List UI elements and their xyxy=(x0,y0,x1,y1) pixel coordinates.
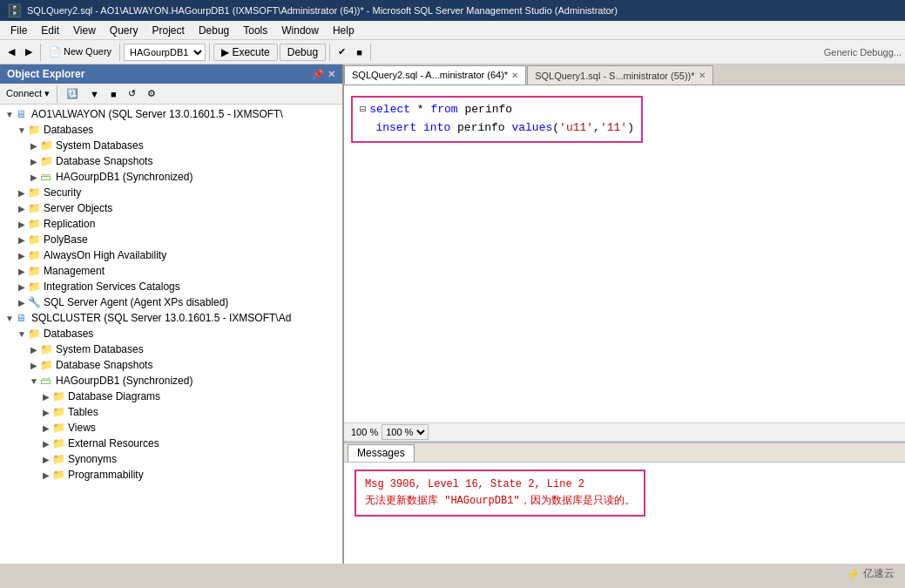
tree-item-databases2[interactable]: ▼ 📁 Databases xyxy=(0,326,342,341)
new-query-btn[interactable]: 📄 New Query xyxy=(44,44,116,60)
folder-icon: 📁 xyxy=(28,265,42,277)
expand-rep1[interactable]: ▶ xyxy=(16,220,28,229)
tree-item-views2[interactable]: ▶ 📁 Views xyxy=(0,420,342,436)
expand-sqlcluster[interactable]: ▼ xyxy=(3,314,16,323)
tab-sqlquery1-close[interactable]: ✕ xyxy=(699,71,706,80)
tree-item-sqlcluster[interactable]: ▼ 🖥 SQLCLUSTER (SQL Server 13.0.1601.5 -… xyxy=(0,310,342,326)
menu-item-project[interactable]: Project xyxy=(145,23,192,38)
tree-item-dbdiagrams[interactable]: ▶ 📁 Database Diagrams xyxy=(0,389,342,404)
expand-hag1[interactable]: ▶ xyxy=(28,172,40,182)
results-content: Msg 3906, Level 16, State 2, Line 2 无法更新… xyxy=(344,463,905,564)
expand-snap2[interactable]: ▶ xyxy=(28,361,40,370)
debug-btn[interactable]: Debug xyxy=(280,44,326,61)
tab-sqlquery1[interactable]: SQLQuery1.sql - S...ministrator (55))* ✕ xyxy=(527,65,713,84)
folder-icon: 📁 xyxy=(52,453,66,465)
snap2-label: Database Snapshots xyxy=(56,359,152,371)
menu-item-file[interactable]: File xyxy=(3,23,34,38)
tree-item-databases1[interactable]: ▼ 📁 Databases xyxy=(0,122,342,138)
refresh-btn[interactable]: 🔃 xyxy=(62,85,83,102)
expand-serverobj1[interactable]: ▶ xyxy=(16,204,28,213)
back-btn[interactable]: ◀ xyxy=(3,44,19,60)
expand-sec1[interactable]: ▶ xyxy=(16,188,28,198)
connect-btn[interactable]: Connect ▾ xyxy=(3,87,52,100)
tree-item-hagourpdb1[interactable]: ▶ 🗃 HAGourpDB1 (Synchronized) xyxy=(0,169,342,185)
tree-item-sqlagent1[interactable]: ▶ 🔧 SQL Server Agent (Agent XPs disabled… xyxy=(0,294,342,310)
tree-item-programmability[interactable]: ▶ 📁 Programmability xyxy=(0,467,342,483)
tree-item-sysdb1[interactable]: ▶ 📁 System Databases xyxy=(0,138,342,153)
tree-item-tables2[interactable]: ▶ 📁 Tables xyxy=(0,404,342,420)
folder-icon: 📁 xyxy=(40,155,54,167)
expand-prog[interactable]: ▶ xyxy=(40,470,52,480)
menu-item-query[interactable]: Query xyxy=(103,23,145,38)
folder-icon: 📁 xyxy=(28,186,42,199)
tree-item-polybase1[interactable]: ▶ 📁 PolyBase xyxy=(0,232,342,247)
props-btn[interactable]: ⚙ xyxy=(143,85,160,102)
error-line2: 无法更新数据库 "HAGourpDB1"，因为数据库是只读的。 xyxy=(365,493,635,510)
expand-ao1node[interactable]: ▶ xyxy=(16,251,28,260)
folder-icon: 📁 xyxy=(28,249,42,261)
sync-btn[interactable]: ↺ xyxy=(124,85,140,102)
tree-item-synonyms2[interactable]: ▶ 📁 Synonyms xyxy=(0,451,342,467)
expand-ao1[interactable]: ▼ xyxy=(3,110,16,119)
menu-item-window[interactable]: Window xyxy=(274,23,326,38)
expand-sqlagent1[interactable]: ▶ xyxy=(16,298,28,308)
tree-item-security1[interactable]: ▶ 📁 Security xyxy=(0,185,342,200)
expand-sysdb1[interactable]: ▶ xyxy=(28,141,40,151)
menu-item-view[interactable]: View xyxy=(66,23,103,38)
verify-btn[interactable]: ✔ xyxy=(334,44,350,60)
expand-sysdb2[interactable]: ▶ xyxy=(28,345,40,355)
intsvcs1-label: Integration Services Catalogs xyxy=(44,280,180,293)
tree-item-alwayson1[interactable]: ▶ 📁 AlwaysOn High Availability xyxy=(0,247,342,263)
tree-item-snap1[interactable]: ▶ 📁 Database Snapshots xyxy=(0,153,342,169)
expand-snap1[interactable]: ▶ xyxy=(28,157,40,166)
expand-poly1[interactable]: ▶ xyxy=(16,235,28,245)
close-panel-icon[interactable]: ✕ xyxy=(328,69,335,80)
toolbar-main: ◀ ▶ 📄 New Query HAGourpDB1 ▶ Execute Deb… xyxy=(0,40,905,64)
database-selector[interactable]: HAGourpDB1 xyxy=(124,44,206,61)
tree-item-intsvcs1[interactable]: ▶ 📁 Integration Services Catalogs xyxy=(0,279,342,294)
tab-sqlquery2-close[interactable]: ✕ xyxy=(511,71,518,80)
folder-icon: 📁 xyxy=(28,280,42,293)
expand-intsvcs1[interactable]: ▶ xyxy=(16,282,28,292)
expand-synonyms2[interactable]: ▶ xyxy=(40,455,52,464)
expand-views2[interactable]: ▶ xyxy=(40,423,52,433)
tree-item-serverobj1[interactable]: ▶ 📁 Server Objects xyxy=(0,200,342,216)
sep3 xyxy=(209,44,210,61)
tree-item-hagourpdb2[interactable]: ▼ 🗃 HAGourpDB1 (Synchronized) xyxy=(0,373,342,389)
watermark-icon: ⚡ xyxy=(847,568,860,580)
execute-btn[interactable]: ▶ Execute xyxy=(213,44,278,61)
expand-hag2[interactable]: ▼ xyxy=(28,376,40,386)
expand-db1[interactable]: ▼ xyxy=(16,125,28,135)
expand-mgmt1[interactable]: ▶ xyxy=(16,267,28,276)
tab-sqlquery2[interactable]: SQLQuery2.sql - A...ministrator (64)* ✕ xyxy=(344,65,526,84)
expand-tables2[interactable]: ▶ xyxy=(40,408,52,417)
stop-btn[interactable]: ■ xyxy=(352,44,367,60)
forward-btn[interactable]: ▶ xyxy=(21,44,37,60)
tree-item-replication1[interactable]: ▶ 📁 Replication xyxy=(0,216,342,232)
expand-dbdiag[interactable]: ▶ xyxy=(40,392,52,402)
pin-icon[interactable]: 📌 xyxy=(312,69,324,80)
tree-item-sysdb2[interactable]: ▶ 📁 System Databases xyxy=(0,341,342,357)
sep4 xyxy=(329,44,330,61)
filter-btn[interactable]: ▼ xyxy=(85,86,104,102)
tab-sqlquery1-label: SQLQuery1.sql - S...ministrator (55))* xyxy=(535,71,694,81)
folder-icon: 📁 xyxy=(28,218,42,230)
tree-item-extresources[interactable]: ▶ 📁 External Resources xyxy=(0,436,342,451)
expand-db2[interactable]: ▼ xyxy=(16,329,28,339)
menu-item-tools[interactable]: Tools xyxy=(236,23,274,38)
sep5 xyxy=(370,44,371,61)
extres-label: External Resources xyxy=(68,437,159,449)
menu-item-debug[interactable]: Debug xyxy=(192,23,236,38)
kw-insert: insert xyxy=(375,119,416,138)
zoom-select[interactable]: 100 % 75 % 125 % 150 % xyxy=(382,424,429,440)
sep xyxy=(57,85,57,103)
results-tab-messages[interactable]: Messages xyxy=(348,444,415,462)
menu-item-edit[interactable]: Edit xyxy=(34,23,66,38)
tree-item-ao1[interactable]: ▼ 🖥 AO1\ALWAYON (SQL Server 13.0.1601.5 … xyxy=(0,106,342,122)
tree-item-snap2[interactable]: ▶ 📁 Database Snapshots xyxy=(0,357,342,373)
menu-item-help[interactable]: Help xyxy=(326,23,361,38)
expand-extres[interactable]: ▶ xyxy=(40,439,52,449)
code-editor[interactable]: ⊟ select * from perinfo insert into peri… xyxy=(344,85,905,422)
stop-oe-btn[interactable]: ■ xyxy=(106,86,121,102)
tree-item-management1[interactable]: ▶ 📁 Management xyxy=(0,263,342,279)
